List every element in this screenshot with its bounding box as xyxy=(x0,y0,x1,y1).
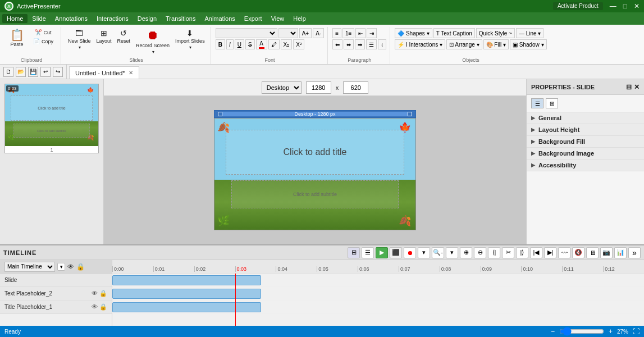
props-section-general-header[interactable]: ▶ General xyxy=(527,112,644,124)
document-tab[interactable]: Untitled - Untitled* ✕ xyxy=(69,66,139,79)
ruler-handle-left[interactable] xyxy=(218,112,222,116)
menu-interactions[interactable]: Interactions xyxy=(92,14,133,23)
layout-button[interactable]: ⊞ Layout xyxy=(94,28,114,45)
props-section-bgfill-header[interactable]: ▶ Background Fill xyxy=(527,136,644,147)
font-shrink-button[interactable]: A- xyxy=(313,28,324,38)
activate-product[interactable]: Activate Product xyxy=(553,2,603,10)
minimize-button[interactable]: — xyxy=(610,2,616,10)
subscript-button[interactable]: X₂ xyxy=(281,39,293,49)
close-button[interactable]: ✕ xyxy=(634,2,640,10)
bullet-list-button[interactable]: ≡ xyxy=(332,28,341,38)
canvas-width-input[interactable] xyxy=(306,81,331,94)
font-size-select[interactable] xyxy=(278,28,298,38)
shapes-button[interactable]: 🔷 Shapes ▾ xyxy=(395,28,432,38)
menu-animations[interactable]: Animations xyxy=(200,14,239,23)
tl-wave-button[interactable]: 〰 xyxy=(558,247,570,258)
tl-add-track-button[interactable]: ⊕ xyxy=(460,247,472,258)
slide-thumbnail-1[interactable]: 🍂 🍁 🌿 🍂 Click to add title Click to add … xyxy=(4,84,99,153)
tl-record-button[interactable]: ⏺ xyxy=(404,247,416,258)
qa-save-button[interactable]: 💾 xyxy=(28,67,38,77)
reset-button[interactable]: ↺ Reset xyxy=(115,28,133,45)
track-text-ph2-lock[interactable]: 🔒 xyxy=(99,290,107,297)
menu-home[interactable]: Home xyxy=(2,14,28,23)
slide-canvas[interactable]: 🍂 🍁 🌿 🍂 Click to add title Click to add … xyxy=(214,118,416,230)
text-caption-button[interactable]: T Text Caption xyxy=(433,28,475,38)
tl-record-dropdown[interactable]: ▾ xyxy=(418,247,430,258)
align-justify-button[interactable]: ☰ xyxy=(366,39,377,49)
props-collapse-icon[interactable]: ⊟ xyxy=(626,83,632,91)
fill-button[interactable]: 🎨 Fill ▾ xyxy=(483,39,509,49)
indent-dec-button[interactable]: ⇤ xyxy=(355,28,366,38)
qa-new-button[interactable]: 🗋 xyxy=(3,67,13,77)
line-button[interactable]: — Line ▾ xyxy=(516,28,543,38)
tl-textph2-bar[interactable] xyxy=(112,289,261,299)
track-text-ph2-eye[interactable]: 👁 xyxy=(92,290,98,297)
qa-redo-button[interactable]: ↪ xyxy=(53,67,63,77)
import-slides-button[interactable]: ⬇ Import Slides ▾ xyxy=(173,28,207,51)
font-family-select[interactable] xyxy=(216,28,277,38)
tl-eye-icon[interactable]: 👁 xyxy=(67,263,74,271)
tl-chart-button[interactable]: 📊 xyxy=(614,247,627,258)
qa-open-button[interactable]: 📂 xyxy=(16,67,26,77)
tl-screen-button[interactable]: 🖥 xyxy=(586,247,599,258)
font-grow-button[interactable]: A+ xyxy=(299,28,312,38)
tl-slide-bar[interactable] xyxy=(112,275,261,285)
tl-split-button[interactable]: ✂ xyxy=(502,247,514,258)
line-spacing-button[interactable]: ↕ xyxy=(378,39,386,49)
record-screen-button[interactable]: ⏺ Record Screen ▾ xyxy=(134,28,172,56)
copy-button[interactable]: 📄 Copy xyxy=(29,37,57,45)
highlight-button[interactable]: 🖍 xyxy=(268,39,280,49)
menu-annotations[interactable]: Annotations xyxy=(51,14,92,23)
tl-align-left-button[interactable]: |◀ xyxy=(530,247,542,258)
superscript-button[interactable]: X² xyxy=(293,39,304,49)
align-left-button[interactable]: ⬅ xyxy=(332,39,342,49)
menu-help[interactable]: Help xyxy=(289,14,310,23)
tl-grid-button[interactable]: ⊞ xyxy=(348,247,360,258)
num-list-button[interactable]: 1≡ xyxy=(342,28,354,38)
canvas-height-input[interactable] xyxy=(343,81,368,94)
fit-screen-button[interactable]: ⛶ xyxy=(633,327,640,335)
menu-design[interactable]: Design xyxy=(133,14,161,23)
track-title-ph1-lock[interactable]: 🔒 xyxy=(99,303,107,311)
tl-zoom-out-button[interactable]: 🔍- xyxy=(432,247,444,258)
tl-playhead[interactable] xyxy=(235,274,236,326)
tl-move-right-button[interactable]: |⟩ xyxy=(516,247,528,258)
menu-slide[interactable]: Slide xyxy=(28,14,50,23)
tl-stop-button[interactable]: ⬛ xyxy=(390,247,402,258)
strikethrough-button[interactable]: S xyxy=(245,39,255,49)
tl-titleph1-bar[interactable] xyxy=(112,302,261,312)
props-view-list-button[interactable]: ☰ xyxy=(531,98,543,108)
tl-cam-button[interactable]: 📷 xyxy=(600,247,613,258)
menu-view[interactable]: View xyxy=(267,14,289,23)
maximize-button[interactable]: □ xyxy=(623,2,627,10)
zoom-out-button[interactable]: − xyxy=(551,327,555,335)
track-title-ph1-eye[interactable]: 👁 xyxy=(92,303,98,311)
align-right-button[interactable]: ➡ xyxy=(355,39,365,49)
menu-export[interactable]: Export xyxy=(240,14,267,23)
props-view-grid-button[interactable]: ⊞ xyxy=(546,98,558,108)
ruler-handle-right[interactable] xyxy=(408,112,412,116)
bold-button[interactable]: B xyxy=(216,39,225,49)
tl-play-button[interactable]: ▶ xyxy=(376,247,388,258)
tl-mute-button[interactable]: 🔇 xyxy=(572,247,584,258)
align-center-button[interactable]: ⬌ xyxy=(344,39,354,49)
zoom-in-button[interactable]: + xyxy=(609,327,613,335)
interactions-button[interactable]: ⚡ I Interactions ▾ xyxy=(395,39,445,49)
props-section-layout-header[interactable]: ▶ Layout Height xyxy=(527,124,644,135)
zoom-slider[interactable] xyxy=(559,328,604,335)
tl-zoom-dropdown[interactable]: ▾ xyxy=(446,247,458,258)
quick-style-button[interactable]: Quick Style ~ xyxy=(476,28,515,38)
new-slide-button[interactable]: 🗔 New Slide ▾ xyxy=(66,28,93,51)
props-section-access-header[interactable]: ▶ Accessibility xyxy=(527,160,644,171)
font-color-button[interactable]: A xyxy=(256,39,267,49)
title-placeholder[interactable]: Click to add title xyxy=(226,130,404,175)
arrange-button[interactable]: ⊡ Arrange ▾ xyxy=(446,39,482,49)
tl-del-track-button[interactable]: ⊖ xyxy=(474,247,486,258)
main-timeline-select[interactable]: Main Timeline xyxy=(4,262,55,272)
italic-button[interactable]: I xyxy=(226,39,234,49)
qa-undo-button[interactable]: ↩ xyxy=(40,67,51,77)
device-select[interactable]: Desktop xyxy=(262,81,302,94)
tl-more-button[interactable]: » xyxy=(628,247,641,258)
tl-move-left-button[interactable]: ⟨| xyxy=(488,247,500,258)
underline-button[interactable]: U xyxy=(235,39,244,49)
